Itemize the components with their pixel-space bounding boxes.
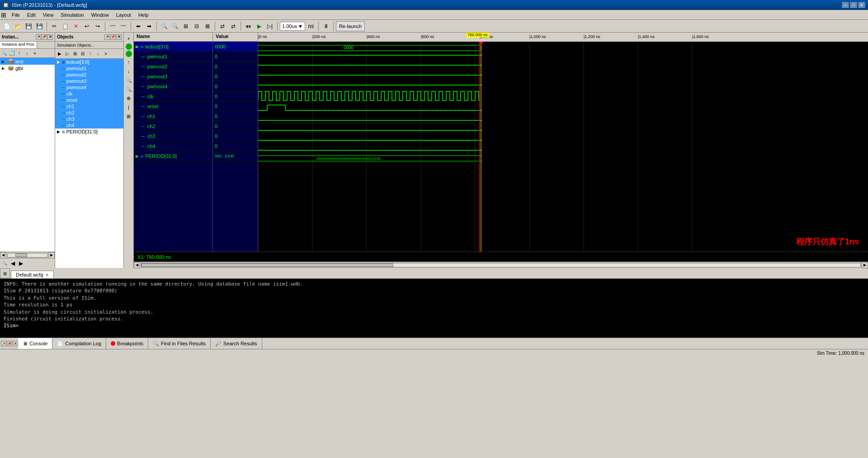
instance-tab[interactable]: Instance and Proc [0, 42, 37, 48]
obj-pwmout1[interactable]: ─ pwmout1 [55, 65, 123, 72]
menu-window[interactable]: Window [88, 10, 113, 19]
obj-tb-btn2[interactable]: ▷ [64, 50, 71, 57]
tb-open[interactable]: 📂 [13, 21, 23, 31]
sig-name-period[interactable]: ▶ ≡ PERIOD[31:0] [134, 151, 212, 161]
side-btn-add[interactable]: + [125, 34, 133, 43]
close-btn[interactable]: ✕ [858, 2, 865, 8]
tb-zoom3[interactable]: ⊟ [192, 21, 202, 31]
side-btn-up[interactable]: ↑ [125, 58, 133, 66]
tb-zoom-out[interactable]: 🔍 [159, 21, 169, 31]
wave-scroll-track[interactable] [141, 263, 861, 267]
tb-redo[interactable]: ↪ [93, 21, 103, 31]
tb-zoom-fit[interactable]: ⊞ [181, 21, 191, 31]
obj-pin-btn[interactable]: 📌 [110, 34, 116, 40]
obj-ch3[interactable]: ─ ch3 [55, 116, 123, 122]
menu-simulation[interactable]: Simulation [57, 10, 87, 19]
tree-item-test[interactable]: ▶ 📦 test [0, 58, 55, 65]
obj-tb-btn7[interactable]: » [102, 50, 109, 57]
scroll-left[interactable]: ◀ [0, 252, 6, 258]
tb-marker2[interactable]: ⇄ [228, 21, 238, 31]
obj-tb-btn5[interactable]: ↑ [87, 50, 94, 57]
tb-save[interactable]: 💾 [24, 21, 33, 31]
scroll-track[interactable] [7, 253, 47, 258]
menu-edit[interactable]: Edit [24, 10, 39, 19]
side-btn-green2[interactable] [126, 51, 132, 57]
title-controls[interactable]: ─ □ ✕ [842, 2, 865, 8]
inst-bottom-btn[interactable]: 🔍 [1, 260, 8, 267]
side-btn-zoom-in[interactable]: 🔍 [125, 76, 133, 84]
obj-ch1[interactable]: ─ ch1 [55, 103, 123, 110]
sig-name-pwmout4[interactable]: ─pwmout4 [134, 81, 212, 91]
inst-btn1[interactable]: 🔍 [0, 50, 8, 57]
tb-pause[interactable]: ⏸ [321, 21, 331, 31]
tb-new[interactable]: 📄 [2, 21, 12, 31]
sig-name-ch3[interactable]: ─ch3 [134, 131, 212, 141]
obj-ledout[interactable]: ▶ ≡ ledout[3:0] [55, 59, 123, 65]
close-panel-btn[interactable]: ✕ [47, 34, 53, 40]
side-btn-zoom-out[interactable]: 🔍 [125, 85, 133, 93]
tb-next[interactable]: ➡ [144, 21, 154, 31]
instance-hscrollbar[interactable]: ◀ ▶ [0, 252, 55, 258]
side-btn-cursor[interactable]: ⊕ [125, 94, 133, 102]
inst-btn4[interactable]: ↓ [24, 50, 31, 57]
scroll-thumb[interactable] [15, 253, 27, 257]
sig-name-pwmout1[interactable]: ─pwmout1 [134, 52, 212, 62]
bottom-tab-breakpoints[interactable]: Breakpoints [106, 338, 148, 349]
sig-name-pwmout3[interactable]: ─pwmout3 [134, 72, 212, 81]
time-dropdown[interactable]: 1.00us ▼ [280, 22, 305, 31]
obj-pwmout3[interactable]: ─ pwmout3 [55, 78, 123, 84]
obj-close-btn[interactable]: ✕ [116, 34, 122, 40]
wave-hscrollbar[interactable]: ◀ ▶ [134, 262, 868, 268]
tab-toolbar-btn[interactable]: ⊞ [0, 268, 10, 278]
menu-file[interactable]: File [8, 10, 24, 19]
tb-save2[interactable]: 💾 [34, 21, 44, 31]
float-btn[interactable]: ↗ [36, 34, 41, 40]
obj-tb-btn3[interactable]: ⊞ [71, 50, 79, 57]
obj-tb-btn6[interactable]: ↓ [94, 50, 102, 57]
obj-reset[interactable]: ─ reset [55, 97, 123, 103]
inst-btn3[interactable]: ↑ [16, 50, 23, 57]
obj-pwmout2[interactable]: ─ pwmout2 [55, 72, 123, 78]
inst-btn5[interactable]: » [31, 50, 38, 57]
pin-btn[interactable]: 📌 [42, 34, 47, 40]
relaunch-btn[interactable]: Re-launch [336, 21, 365, 31]
tb-marker1[interactable]: ⇄ [217, 21, 227, 31]
menu-view[interactable]: View [39, 10, 57, 19]
console-close-btn[interactable]: ✕ [13, 341, 18, 346]
obj-period[interactable]: ▶ ≡ PERIOD[31:0] [55, 129, 123, 135]
side-btn-down[interactable]: ↓ [125, 67, 133, 75]
tb-prev[interactable]: ⬅ [133, 21, 143, 31]
tb-restart[interactable]: ⏮ [243, 21, 253, 31]
obj-ch2[interactable]: ─ ch2 [55, 110, 123, 116]
wave-scroll-right[interactable]: ▶ [862, 262, 868, 268]
tb-copy[interactable]: 📋 [60, 21, 70, 31]
bottom-tab-compilation[interactable]: 📄 Compilation Log [52, 338, 106, 349]
sig-name-clk[interactable]: ─clk [134, 91, 212, 101]
bottom-tab-search[interactable]: 🔎 Search Results [211, 338, 262, 349]
tb-unit[interactable]: ns [306, 21, 316, 31]
side-btn-marker2[interactable]: ⊞ [125, 112, 133, 120]
minimize-btn[interactable]: ─ [842, 2, 849, 8]
tb-zoom-in[interactable]: 🔍 [170, 21, 180, 31]
objects-panel-controls[interactable]: ↗ 📌 ✕ [104, 34, 122, 40]
wave-scroll-thumb[interactable] [142, 263, 393, 267]
obj-float-btn[interactable]: ↗ [104, 34, 110, 40]
obj-pwmout4[interactable]: ─ pwmout4 [55, 84, 123, 91]
sig-name-ch4[interactable]: ─ch4 [134, 141, 212, 151]
side-btn-green1[interactable] [126, 43, 132, 50]
file-tab-default[interactable]: Default.wcfg ✕ [11, 271, 54, 278]
wave-scroll-left[interactable]: ◀ [134, 262, 140, 268]
tb-undo[interactable]: ↩ [82, 21, 92, 31]
sig-name-pwmout2[interactable]: ─pwmout2 [134, 62, 212, 72]
obj-tb-btn4[interactable]: ⊟ [79, 50, 86, 57]
sig-name-reset[interactable]: ─reset [134, 101, 212, 111]
tb-run[interactable]: ▶ [254, 21, 264, 31]
bottom-tab-find[interactable]: 🔍 Find in Files Results [148, 338, 211, 349]
inst-nav-left[interactable]: ◀ [9, 260, 16, 267]
maximize-btn[interactable]: □ [850, 2, 857, 8]
console-pin-btn[interactable]: 📌 [7, 341, 12, 346]
obj-tb-btn1[interactable]: ▶ [56, 50, 63, 57]
tb-wave1[interactable]: 〰 [108, 21, 118, 31]
sig-name-ch1[interactable]: ─ch1 [134, 111, 212, 121]
sig-name-ledout[interactable]: ▶ ≡ ledout[3:0] [134, 42, 212, 52]
